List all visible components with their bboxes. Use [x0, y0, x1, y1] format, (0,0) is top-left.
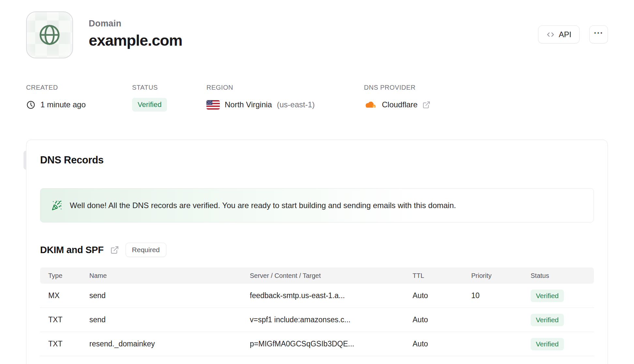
- region-code: (us-east-1): [277, 100, 315, 109]
- dns-provider-value: Cloudflare: [382, 100, 417, 109]
- cell-ttl: Auto: [413, 291, 471, 300]
- cell-content: p=MIGfMA0GCSqGSIb3DQE...: [250, 340, 413, 348]
- table-row: MX send feedback-smtp.us-east-1.a... Aut…: [40, 284, 594, 308]
- column-header-content: Server / Content / Target: [250, 272, 413, 280]
- record-status-badge: Verified: [531, 314, 564, 326]
- cell-type: MX: [40, 291, 89, 300]
- cell-ttl: Auto: [413, 315, 471, 324]
- ellipsis-icon: ···: [594, 33, 603, 36]
- success-banner-text: Well done! All the DNS records are verif…: [70, 201, 456, 210]
- cell-status: Verified: [531, 290, 594, 302]
- cell-name: send: [89, 315, 250, 324]
- status-label: STATUS: [132, 84, 206, 91]
- cell-content: v=spf1 include:amazonses.c...: [250, 315, 413, 324]
- dkim-spf-title: DKIM and SPF: [40, 245, 104, 255]
- table-row: TXT resend._domainkey p=MIGfMA0GCSqGSIb3…: [40, 332, 594, 356]
- table-row: TXT send v=spf1 include:amazonses.c... A…: [40, 308, 594, 332]
- meta-dns-provider: DNS PROVIDER: [364, 84, 430, 112]
- region-label: REGION: [206, 84, 364, 91]
- meta-region: REGION: [206, 84, 364, 112]
- meta-created: CREATED 1 minute ago: [26, 84, 132, 112]
- code-icon: [546, 30, 555, 39]
- party-popper-icon: [52, 200, 62, 211]
- cell-name: resend._domainkey: [89, 340, 250, 348]
- record-status-badge: Verified: [531, 338, 564, 350]
- status-badge: Verified: [132, 98, 167, 112]
- dkim-external-link-icon[interactable]: [110, 246, 119, 254]
- record-status-badge: Verified: [531, 290, 564, 302]
- more-options-button[interactable]: ···: [589, 25, 608, 43]
- cloudflare-icon: [364, 100, 377, 110]
- api-button-label: API: [559, 30, 571, 39]
- clock-icon: [26, 100, 36, 110]
- cell-type: TXT: [40, 315, 89, 324]
- cell-priority: 10: [471, 291, 531, 300]
- region-value: North Virginia: [225, 100, 272, 109]
- cell-content: feedback-smtp.us-east-1.a...: [250, 291, 413, 300]
- cell-name: send: [89, 291, 250, 300]
- api-button[interactable]: API: [538, 25, 580, 43]
- created-value: 1 minute ago: [40, 100, 86, 109]
- column-header-name: Name: [89, 272, 250, 280]
- dkim-spf-section-head: DKIM and SPF Required: [40, 243, 594, 257]
- required-badge: Required: [126, 243, 166, 257]
- cell-status: Verified: [531, 338, 594, 350]
- dns-records-card: DNS Records Well done! All the DNS recor…: [26, 140, 608, 364]
- cell-type: TXT: [40, 340, 89, 348]
- page-header: Domain example.com API ···: [0, 0, 634, 58]
- domain-meta: CREATED 1 minute ago STATUS Verified REG…: [0, 84, 634, 112]
- dns-records-card-wrap: DNS Records Well done! All the DNS recor…: [26, 140, 608, 364]
- table-header-row: Type Name Server / Content / Target TTL …: [40, 267, 594, 284]
- header-actions: API ···: [538, 11, 608, 43]
- page-title: example.com: [89, 31, 182, 49]
- column-header-type: Type: [40, 272, 89, 280]
- column-header-status: Status: [531, 272, 594, 280]
- cell-ttl: Auto: [413, 340, 471, 348]
- header-text: Domain example.com: [89, 11, 182, 49]
- domain-detail-page: Domain example.com API ··· CREATED: [0, 0, 634, 364]
- meta-status: STATUS Verified: [132, 84, 206, 112]
- column-header-ttl: TTL: [413, 272, 471, 280]
- cell-status: Verified: [531, 314, 594, 326]
- external-link-icon[interactable]: [422, 101, 430, 109]
- column-header-priority: Priority: [471, 272, 531, 280]
- dns-provider-label: DNS PROVIDER: [364, 84, 430, 91]
- dns-records-table: Type Name Server / Content / Target TTL …: [40, 267, 594, 356]
- domain-avatar: [26, 11, 73, 58]
- domain-kicker: Domain: [89, 19, 182, 29]
- globe-icon: [37, 22, 62, 48]
- dns-records-title: DNS Records: [40, 154, 594, 166]
- success-banner: Well done! All the DNS records are verif…: [40, 188, 594, 222]
- created-label: CREATED: [26, 84, 132, 91]
- us-flag-icon: [206, 100, 220, 110]
